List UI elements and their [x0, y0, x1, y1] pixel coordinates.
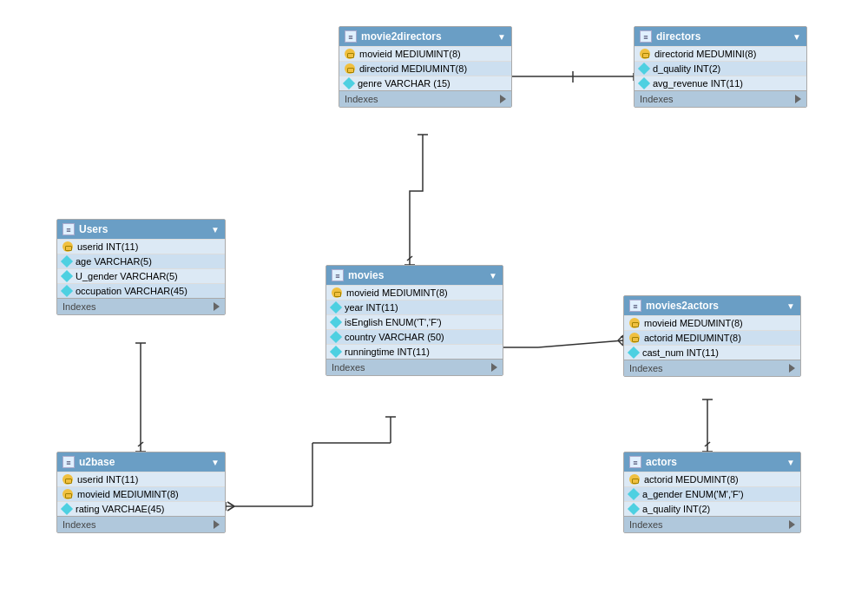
- indexes-arrow-icon: [214, 302, 220, 311]
- field-text: directorid MEDUMINI(8): [654, 49, 756, 59]
- svg-line-10: [538, 340, 623, 347]
- svg-line-18: [705, 442, 710, 446]
- key-icon: [345, 63, 355, 74]
- dropdown-arrow-icon[interactable]: ▼: [786, 301, 795, 311]
- key-icon: [62, 474, 73, 485]
- field-row: actorid MEDUMINT(8): [624, 472, 800, 486]
- dropdown-arrow-icon[interactable]: ▼: [489, 271, 497, 281]
- diamond-icon: [330, 331, 342, 343]
- table-name: u2base: [79, 456, 115, 468]
- field-row: cast_num INT(11): [624, 345, 800, 360]
- field-text: U_gender VARCHAR(5): [76, 271, 178, 281]
- indexes-row[interactable]: Indexes: [624, 516, 800, 532]
- field-row: directorid MEDIUMINT(8): [339, 61, 511, 76]
- field-text: actorid MEDUMINT(8): [644, 474, 739, 485]
- indexes-arrow-icon: [500, 95, 506, 103]
- indexes-row[interactable]: Indexes: [339, 90, 511, 107]
- indexes-row[interactable]: Indexes: [624, 360, 800, 376]
- field-text: directorid MEDIUMINT(8): [359, 63, 467, 74]
- table-header-directors[interactable]: ≡ directors ▼: [635, 27, 806, 46]
- field-row: movieid MEDIUMINT(8): [326, 285, 503, 300]
- field-row: a_gender ENUM('M','F'): [624, 486, 800, 501]
- indexes-label: Indexes: [629, 363, 663, 373]
- indexes-label: Indexes: [62, 301, 96, 312]
- table-icon: ≡: [62, 223, 75, 235]
- field-text: genre VARCHAR (15): [358, 78, 450, 89]
- field-text: a_gender ENUM('M','F'): [642, 489, 744, 499]
- diagram-canvas: ≡ movie2directors ▼ movieid MEDIUMINT(8)…: [0, 0, 868, 614]
- indexes-arrow-icon: [789, 364, 795, 373]
- key-icon: [640, 49, 650, 59]
- dropdown-arrow-icon[interactable]: ▼: [211, 458, 220, 467]
- key-icon: [629, 333, 640, 343]
- key-icon: [629, 474, 640, 485]
- diamond-icon: [628, 347, 640, 359]
- table-icon: ≡: [629, 456, 641, 468]
- key-icon: [62, 489, 73, 499]
- table-movies: ≡ movies ▼ movieid MEDIUMINT(8) year INT…: [326, 265, 503, 376]
- indexes-label: Indexes: [62, 519, 96, 530]
- field-text: userid INT(11): [77, 474, 138, 485]
- diamond-icon: [330, 301, 342, 314]
- table-header-movies2actors[interactable]: ≡ movies2actors ▼: [624, 296, 800, 315]
- table-header-u2base[interactable]: ≡ u2base ▼: [57, 452, 225, 472]
- table-icon: ≡: [629, 300, 641, 312]
- indexes-label: Indexes: [640, 94, 674, 104]
- table-actors: ≡ actors ▼ actorid MEDUMINT(8) a_gender …: [623, 452, 801, 533]
- field-text: userid INT(11): [77, 241, 138, 252]
- indexes-label: Indexes: [629, 519, 663, 530]
- field-row: genre VARCHAR (15): [339, 76, 511, 90]
- field-text: actorid MEDIUMINT(8): [644, 333, 741, 343]
- table-header-users[interactable]: ≡ Users ▼: [57, 220, 225, 239]
- svg-line-31: [227, 502, 234, 506]
- table-directors: ≡ directors ▼ directorid MEDUMINI(8) d_q…: [634, 26, 807, 108]
- table-movie2directors: ≡ movie2directors ▼ movieid MEDIUMINT(8)…: [339, 26, 512, 108]
- table-movies2actors: ≡ movies2actors ▼ movieid MEDUMINT(8) ac…: [623, 295, 801, 377]
- indexes-row[interactable]: Indexes: [326, 359, 503, 375]
- field-text: age VARCHAR(5): [76, 256, 152, 267]
- field-text: movieid MEDIUMINT(8): [359, 49, 461, 59]
- field-row: avg_revenue INT(11): [635, 76, 806, 90]
- indexes-label: Indexes: [345, 94, 378, 104]
- field-row: movieid MEDIUMINT(8): [339, 46, 511, 61]
- key-icon: [62, 241, 73, 252]
- indexes-row[interactable]: Indexes: [57, 516, 225, 532]
- table-icon: ≡: [640, 30, 652, 43]
- field-row: directorid MEDUMINI(8): [635, 46, 806, 61]
- table-name: actors: [646, 456, 677, 468]
- field-row: U_gender VARCHAR(5): [57, 268, 225, 283]
- key-icon: [332, 287, 342, 298]
- table-icon: ≡: [345, 30, 357, 43]
- field-text: movieid MEDIUMINT(8): [77, 489, 179, 499]
- svg-line-23: [138, 442, 143, 446]
- dropdown-arrow-icon[interactable]: ▼: [792, 32, 801, 42]
- field-text: avg_revenue INT(11): [653, 78, 743, 89]
- diamond-icon: [61, 503, 73, 515]
- diamond-icon: [343, 77, 355, 89]
- dropdown-arrow-icon[interactable]: ▼: [786, 458, 795, 467]
- field-row: year INT(11): [326, 300, 503, 314]
- svg-line-32: [227, 506, 234, 511]
- field-row: a_quality INT(2): [624, 501, 800, 516]
- field-text: a_quality INT(2): [642, 504, 710, 514]
- table-header-movies[interactable]: ≡ movies ▼: [326, 266, 503, 285]
- indexes-row[interactable]: Indexes: [635, 90, 806, 107]
- table-header-movie2directors[interactable]: ≡ movie2directors ▼: [339, 27, 511, 46]
- table-icon: ≡: [332, 269, 344, 281]
- dropdown-arrow-icon[interactable]: ▼: [211, 225, 220, 234]
- field-row: runningtime INT(11): [326, 344, 503, 359]
- diamond-icon: [61, 270, 73, 282]
- field-text: country VARCHAR (50): [345, 332, 444, 342]
- table-name: movie2directors: [361, 30, 442, 43]
- diamond-icon: [61, 285, 73, 297]
- field-row: movieid MEDIUMINT(8): [57, 486, 225, 501]
- field-text: d_quality INT(2): [653, 63, 720, 74]
- dropdown-arrow-icon[interactable]: ▼: [497, 32, 506, 42]
- table-name: Users: [79, 223, 108, 235]
- diamond-icon: [638, 63, 650, 75]
- table-header-actors[interactable]: ≡ actors ▼: [624, 452, 800, 472]
- table-u2base: ≡ u2base ▼ userid INT(11) movieid MEDIUM…: [56, 452, 226, 533]
- indexes-row[interactable]: Indexes: [57, 298, 225, 314]
- table-name: movies: [348, 269, 384, 281]
- field-text: isEnglish ENUM('T','F'): [345, 317, 442, 327]
